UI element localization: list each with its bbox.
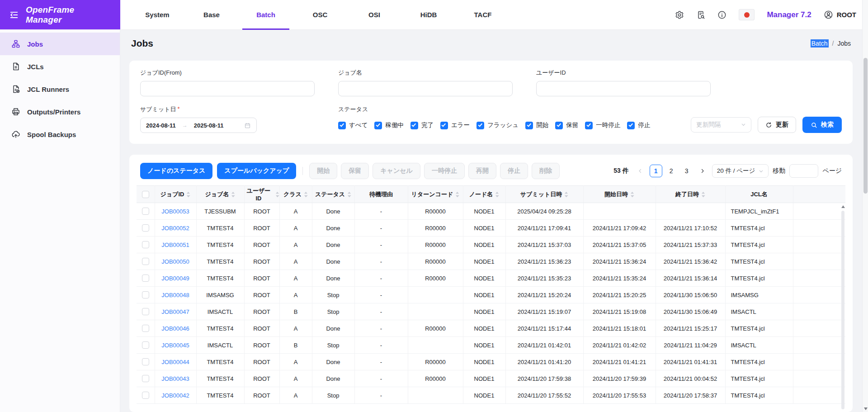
table-scrollbar-thumb[interactable] — [841, 211, 844, 409]
stop-button[interactable]: 停止 — [500, 163, 528, 179]
job-id-link[interactable]: JOB00047 — [161, 308, 189, 315]
column-header-node-name[interactable]: ノード名 — [463, 186, 505, 203]
job-id-link[interactable]: JOB00050 — [161, 258, 189, 265]
status-checkbox-done[interactable]: 完了 — [410, 121, 434, 129]
status-checkbox-start[interactable]: 開始 — [525, 121, 548, 129]
status-checkbox-hold[interactable]: 保留 — [555, 121, 578, 129]
prev-page-button[interactable] — [635, 165, 646, 177]
row-checkbox[interactable] — [142, 325, 149, 332]
column-header-job-id[interactable]: ジョブID — [155, 186, 196, 203]
scroll-down-arrow-icon[interactable] — [864, 407, 868, 410]
column-header-return-code[interactable]: リターンコード — [408, 186, 463, 203]
row-checkbox[interactable] — [142, 275, 149, 282]
row-checkbox[interactable] — [142, 258, 149, 265]
page-button-3[interactable]: 3 — [680, 165, 693, 177]
sort-icon[interactable] — [564, 191, 568, 198]
column-header-job-name[interactable]: ジョブ名 — [196, 186, 244, 203]
row-checkbox[interactable] — [142, 291, 149, 298]
job-id-input[interactable] — [140, 81, 315, 96]
column-header-user-id[interactable]: ユーザーID — [244, 186, 279, 203]
column-header-start-time[interactable]: 開始日時 — [583, 186, 656, 203]
sort-icon[interactable] — [231, 191, 235, 198]
language-japan-flag-icon[interactable] — [739, 9, 755, 20]
tab-batch[interactable]: Batch — [239, 0, 293, 29]
sidebar-item-jcls[interactable]: JCLs — [0, 55, 120, 78]
sort-icon[interactable] — [275, 191, 279, 198]
sort-icon[interactable] — [186, 191, 190, 198]
settings-gear-icon[interactable] — [675, 10, 684, 19]
next-page-button[interactable] — [697, 165, 708, 177]
tab-osi[interactable]: OSI — [347, 0, 401, 29]
status-checkbox-pause[interactable]: 一時停止 — [585, 121, 620, 129]
info-icon[interactable] — [717, 10, 726, 19]
status-checkbox-all[interactable]: すべて — [338, 121, 368, 129]
page-scrollbar-thumb[interactable] — [863, 58, 868, 194]
column-header-status[interactable]: ステータス — [312, 186, 354, 203]
page-button-2[interactable]: 2 — [665, 165, 678, 177]
user-id-input[interactable] — [536, 81, 711, 96]
sidebar-item-outputs-printers[interactable]: Outputs/Printers — [0, 100, 120, 123]
audit-log-icon[interactable] — [696, 10, 705, 19]
status-checkbox-flush[interactable]: フラッシュ — [476, 121, 519, 129]
job-id-link[interactable]: JOB00052 — [161, 225, 189, 232]
user-menu[interactable]: ROOT — [824, 10, 856, 19]
job-id-link[interactable]: JOB00049 — [161, 275, 189, 282]
row-checkbox[interactable] — [142, 241, 149, 248]
refresh-button[interactable]: 更新 — [758, 117, 796, 133]
status-checkbox-running[interactable]: 稼働中 — [374, 121, 404, 129]
sort-icon[interactable] — [495, 191, 499, 198]
scroll-up-arrow-icon[interactable] — [841, 205, 845, 208]
sort-icon[interactable] — [630, 191, 634, 198]
search-button[interactable]: 検索 — [802, 117, 842, 133]
sidebar-item-spool-backups[interactable]: Spool Backups — [0, 123, 120, 146]
date-from-value[interactable]: 2024-08-11 — [146, 122, 176, 129]
pause-button[interactable]: 一時停止 — [424, 163, 465, 179]
sort-icon[interactable] — [455, 191, 459, 198]
status-checkbox-error[interactable]: エラー — [440, 121, 470, 129]
row-checkbox[interactable] — [142, 392, 149, 399]
sort-icon[interactable] — [701, 191, 705, 198]
resume-button[interactable]: 再開 — [468, 163, 496, 179]
row-checkbox[interactable] — [142, 224, 149, 232]
sort-icon[interactable] — [304, 191, 308, 198]
job-id-link[interactable]: JOB00051 — [161, 242, 189, 248]
page-button-1[interactable]: 1 — [650, 165, 662, 177]
row-checkbox[interactable] — [142, 375, 149, 382]
goto-page-input[interactable] — [789, 164, 818, 178]
column-header-end-time[interactable]: 終了日時 — [656, 186, 725, 203]
cancel-button[interactable]: キャンセル — [373, 163, 420, 179]
row-checkbox[interactable] — [142, 358, 149, 365]
refresh-interval-select[interactable]: 更新間隔 — [691, 117, 751, 133]
job-id-link[interactable]: JOB00053 — [161, 208, 189, 215]
sort-icon[interactable] — [347, 191, 351, 198]
tab-osc[interactable]: OSC — [293, 0, 347, 29]
row-checkbox[interactable] — [142, 208, 149, 215]
spool-backup-button[interactable]: スプールバックアップ — [217, 163, 296, 179]
page-size-select[interactable]: 20 件 / ページ — [712, 164, 769, 178]
job-id-link[interactable]: JOB00043 — [161, 375, 189, 382]
row-checkbox[interactable] — [142, 341, 149, 349]
start-button[interactable]: 開始 — [309, 163, 337, 179]
status-checkbox-stop[interactable]: 停止 — [627, 121, 650, 129]
select-all-checkbox[interactable] — [142, 191, 149, 198]
job-id-link[interactable]: JOB00044 — [161, 359, 189, 365]
breadcrumb-selected[interactable]: Batch — [811, 39, 829, 47]
sidebar-collapse-icon[interactable] — [9, 10, 19, 20]
tab-tacf[interactable]: TACF — [456, 0, 510, 29]
table-scrollbar[interactable] — [841, 204, 845, 412]
date-to-value[interactable]: 2025-08-11 — [194, 122, 224, 129]
job-id-link[interactable]: JOB00048 — [161, 292, 189, 298]
job-id-link[interactable]: JOB00046 — [161, 325, 189, 332]
tab-hidb[interactable]: HiDB — [401, 0, 456, 29]
column-header-class[interactable]: クラス — [279, 186, 312, 203]
delete-button[interactable]: 削除 — [532, 163, 560, 179]
column-header-submit-time[interactable]: サブミット日時 — [505, 186, 583, 203]
job-id-link[interactable]: JOB00042 — [161, 392, 189, 399]
job-name-input[interactable] — [338, 81, 513, 96]
job-id-link[interactable]: JOB00045 — [161, 342, 189, 349]
submit-date-range-picker[interactable]: 2024-08-11 → 2025-08-11 — [140, 118, 257, 133]
sidebar-item-jcl-runners[interactable]: JCL Runners — [0, 78, 120, 100]
tab-base[interactable]: Base — [184, 0, 239, 29]
hold-button[interactable]: 保留 — [341, 163, 369, 179]
row-checkbox[interactable] — [142, 308, 149, 315]
